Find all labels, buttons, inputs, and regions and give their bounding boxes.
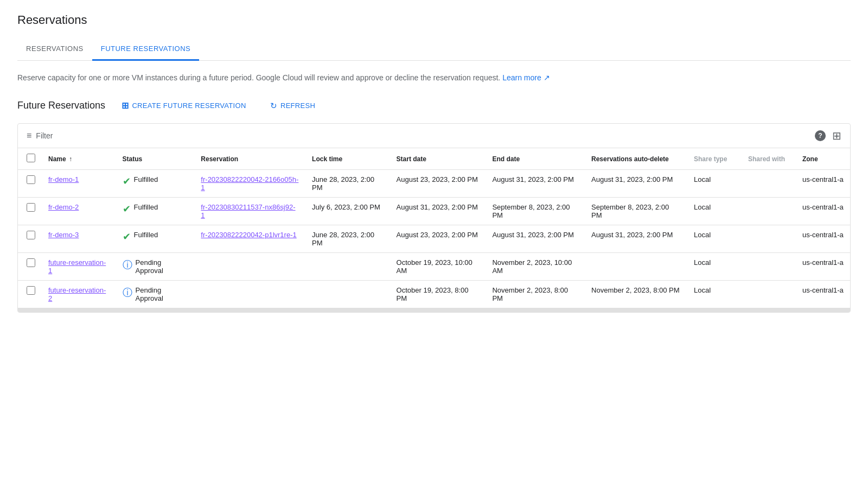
sort-asc-icon: ↑ bbox=[69, 155, 72, 163]
tab-future-reservations[interactable]: FUTURE RESERVATIONS bbox=[92, 38, 200, 61]
table-row: fr-demo-2✔Fulfilledfr-20230830211537-nx8… bbox=[18, 198, 850, 225]
create-icon: ⊞ bbox=[122, 100, 129, 111]
col-header-start-date: Start date bbox=[390, 148, 486, 170]
table-container: ≡ Filter ? ⊞ Name ↑ Stat bbox=[17, 123, 851, 313]
row-name-fr-demo-1[interactable]: fr-demo-1 bbox=[48, 175, 79, 183]
fulfilled-icon: ✔ bbox=[123, 203, 131, 215]
pending-icon: ⓘ bbox=[123, 258, 132, 271]
row-name-future-reservation-1[interactable]: future-reservation-1 bbox=[48, 258, 106, 275]
table-row: fr-demo-1✔Fulfilledfr-20230822220042-216… bbox=[18, 170, 850, 198]
row-name-fr-demo-3[interactable]: fr-demo-3 bbox=[48, 231, 79, 239]
col-header-auto-delete: Reservations auto-delete bbox=[585, 148, 687, 170]
section-title: Future Reservations bbox=[17, 100, 105, 111]
select-all-checkbox[interactable] bbox=[27, 154, 35, 162]
tabs-bar: RESERVATIONS FUTURE RESERVATIONS bbox=[17, 38, 851, 61]
refresh-button[interactable]: ↻ REFRESH bbox=[263, 97, 323, 115]
reservations-table: Name ↑ Status Reservation Lock time Star… bbox=[18, 148, 850, 308]
reservation-link-fr-demo-3[interactable]: fr-20230822220042-p1lvr1re-1 bbox=[201, 231, 296, 239]
fulfilled-icon: ✔ bbox=[123, 175, 131, 187]
col-header-shared-with: Shared with bbox=[742, 148, 796, 170]
table-row: future-reservation-2ⓘPending ApprovalOct… bbox=[18, 281, 850, 308]
fulfilled-icon: ✔ bbox=[123, 231, 131, 243]
pending-icon: ⓘ bbox=[123, 286, 132, 299]
col-header-end-date: End date bbox=[486, 148, 585, 170]
col-header-zone: Zone bbox=[796, 148, 850, 170]
col-header-reservation: Reservation bbox=[194, 148, 305, 170]
col-header-share-type: Share type bbox=[687, 148, 742, 170]
row-checkbox-future-reservation-1[interactable] bbox=[27, 258, 35, 267]
table-row: future-reservation-1ⓘPending ApprovalOct… bbox=[18, 253, 850, 281]
create-future-reservation-button[interactable]: ⊞ CREATE FUTURE RESERVATION bbox=[114, 97, 254, 115]
filter-bar: ≡ Filter ? ⊞ bbox=[18, 124, 850, 148]
row-name-future-reservation-2[interactable]: future-reservation-2 bbox=[48, 286, 106, 302]
help-icon[interactable]: ? bbox=[815, 130, 826, 141]
external-link-icon: ↗ bbox=[544, 73, 550, 82]
row-checkbox-future-reservation-2[interactable] bbox=[27, 286, 35, 295]
col-header-status: Status bbox=[116, 148, 195, 170]
page-title: Reservations bbox=[17, 13, 851, 27]
learn-more-link[interactable]: Learn more ↗ bbox=[502, 73, 550, 82]
col-header-lock-time: Lock time bbox=[305, 148, 390, 170]
table-row: fr-demo-3✔Fulfilledfr-20230822220042-p1l… bbox=[18, 225, 850, 253]
row-name-fr-demo-2[interactable]: fr-demo-2 bbox=[48, 203, 79, 211]
filter-label[interactable]: Filter bbox=[36, 131, 53, 140]
columns-icon[interactable]: ⊞ bbox=[832, 129, 841, 142]
col-header-name[interactable]: Name ↑ bbox=[42, 148, 116, 170]
description-text: Reserve capacity for one or more VM inst… bbox=[17, 72, 851, 84]
row-checkbox-fr-demo-1[interactable] bbox=[27, 175, 35, 184]
select-all-header[interactable] bbox=[18, 148, 42, 170]
reservation-link-fr-demo-2[interactable]: fr-20230830211537-nx86sj92-1 bbox=[201, 203, 295, 219]
tab-reservations[interactable]: RESERVATIONS bbox=[17, 38, 92, 61]
reservation-link-fr-demo-1[interactable]: fr-20230822220042-2166o05h-1 bbox=[201, 175, 298, 192]
row-checkbox-fr-demo-2[interactable] bbox=[27, 203, 35, 212]
table-header-row: Name ↑ Status Reservation Lock time Star… bbox=[18, 148, 850, 170]
filter-icon: ≡ bbox=[27, 131, 31, 141]
section-header: Future Reservations ⊞ CREATE FUTURE RESE… bbox=[17, 97, 851, 115]
refresh-icon: ↻ bbox=[270, 101, 277, 111]
horizontal-scrollbar[interactable] bbox=[18, 308, 850, 312]
row-checkbox-fr-demo-3[interactable] bbox=[27, 231, 35, 239]
